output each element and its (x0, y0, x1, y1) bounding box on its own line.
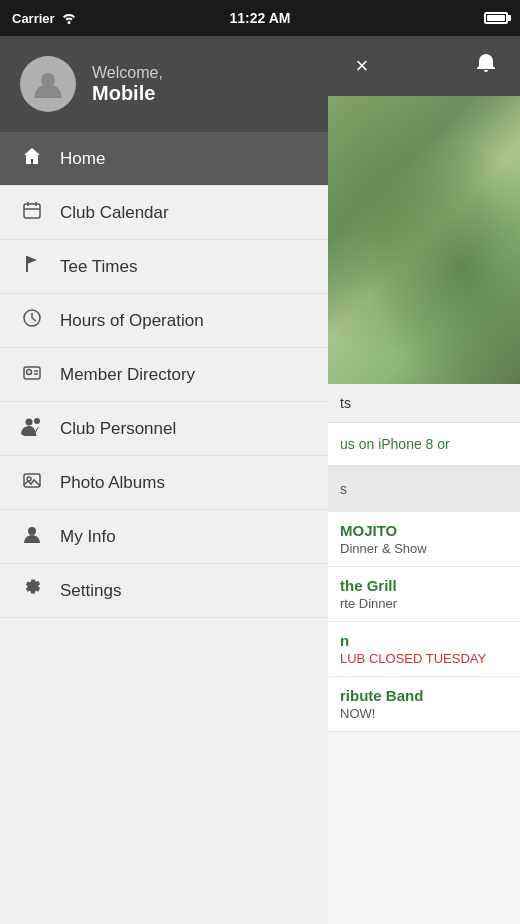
updates-section: ts (328, 384, 520, 423)
status-bar: Carrier 11:22 AM (0, 0, 520, 36)
event-grill-subtitle: rte Dinner (340, 596, 508, 611)
event-tribute-title: ribute Band (340, 687, 508, 704)
home-icon (20, 146, 44, 171)
event-grill-title: the Grill (340, 577, 508, 594)
event-grill[interactable]: the Grill rte Dinner (328, 567, 520, 622)
status-right (484, 12, 508, 24)
photo-icon (20, 470, 44, 495)
carrier-label: Carrier (12, 11, 55, 26)
main-panel: × ts us on iPhone 8 or s MOJITO (328, 36, 520, 924)
app-container: Welcome, Mobile Home (0, 36, 520, 924)
sidebar-item-member-directory[interactable]: Member Directory (0, 348, 328, 402)
main-topbar: × (328, 36, 520, 96)
svg-point-10 (27, 370, 32, 375)
clock-icon (20, 308, 44, 333)
event-mojito-subtitle: Dinner & Show (340, 541, 508, 556)
sidebar-item-my-info[interactable]: My Info (0, 510, 328, 564)
spacer-section: s (328, 466, 520, 512)
status-time: 11:22 AM (230, 10, 291, 26)
svg-line-8 (32, 318, 36, 321)
wifi-icon (61, 10, 77, 27)
hero-image (328, 96, 520, 384)
battery-icon (484, 12, 508, 24)
event-mojito[interactable]: MOJITO Dinner & Show (328, 512, 520, 567)
sidebar-header: Welcome, Mobile (0, 36, 328, 132)
user-name: Mobile (92, 82, 163, 105)
event-mojito-title: MOJITO (340, 522, 508, 539)
sidebar-item-photo-albums[interactable]: Photo Albums (0, 456, 328, 510)
sidebar-item-home[interactable]: Home (0, 132, 328, 186)
sidebar: Welcome, Mobile Home (0, 36, 328, 924)
event-closed[interactable]: n LUB CLOSED TUESDAY (328, 622, 520, 677)
iphone-section: us on iPhone 8 or (328, 423, 520, 466)
calendar-icon (20, 200, 44, 225)
welcome-block: Welcome, Mobile (92, 64, 163, 105)
sidebar-item-hours-of-operation[interactable]: Hours of Operation (0, 294, 328, 348)
sidebar-item-member-directory-label: Member Directory (60, 365, 195, 385)
group-icon (20, 416, 44, 441)
sidebar-item-club-calendar-label: Club Calendar (60, 203, 169, 223)
iphone-promo-text[interactable]: us on iPhone 8 or (340, 436, 450, 452)
person-icon (20, 524, 44, 549)
svg-point-13 (26, 419, 33, 426)
sidebar-item-home-label: Home (60, 149, 105, 169)
sidebar-item-tee-times[interactable]: Tee Times (0, 240, 328, 294)
sidebar-item-tee-times-label: Tee Times (60, 257, 137, 277)
close-icon: × (356, 53, 369, 79)
sidebar-item-club-calendar[interactable]: Club Calendar (0, 186, 328, 240)
sidebar-item-settings[interactable]: Settings (0, 564, 328, 618)
close-button[interactable]: × (344, 48, 380, 84)
event-tribute[interactable]: ribute Band NOW! (328, 677, 520, 732)
avatar (20, 56, 76, 112)
notification-button[interactable] (468, 48, 504, 84)
flag-icon (20, 254, 44, 279)
sidebar-item-my-info-label: My Info (60, 527, 116, 547)
sidebar-item-settings-label: Settings (60, 581, 121, 601)
nav-list: Home Club Calendar (0, 132, 328, 924)
id-card-icon (20, 362, 44, 387)
sidebar-item-club-personnel-label: Club Personnel (60, 419, 176, 439)
svg-point-14 (34, 418, 40, 424)
spacer-text: s (340, 481, 347, 497)
event-closed-title: n (340, 632, 508, 649)
updates-text: ts (340, 395, 351, 411)
sidebar-item-photo-albums-label: Photo Albums (60, 473, 165, 493)
gear-icon (20, 578, 44, 603)
sidebar-item-club-personnel[interactable]: Club Personnel (0, 402, 328, 456)
sidebar-item-hours-label: Hours of Operation (60, 311, 204, 331)
event-closed-subtitle: LUB CLOSED TUESDAY (340, 651, 508, 666)
welcome-text: Welcome, (92, 64, 163, 82)
svg-rect-15 (24, 474, 40, 487)
bell-icon (475, 52, 497, 80)
svg-rect-1 (24, 204, 40, 218)
event-tribute-subtitle: NOW! (340, 706, 508, 721)
svg-point-17 (28, 527, 36, 535)
status-left: Carrier (12, 10, 77, 27)
